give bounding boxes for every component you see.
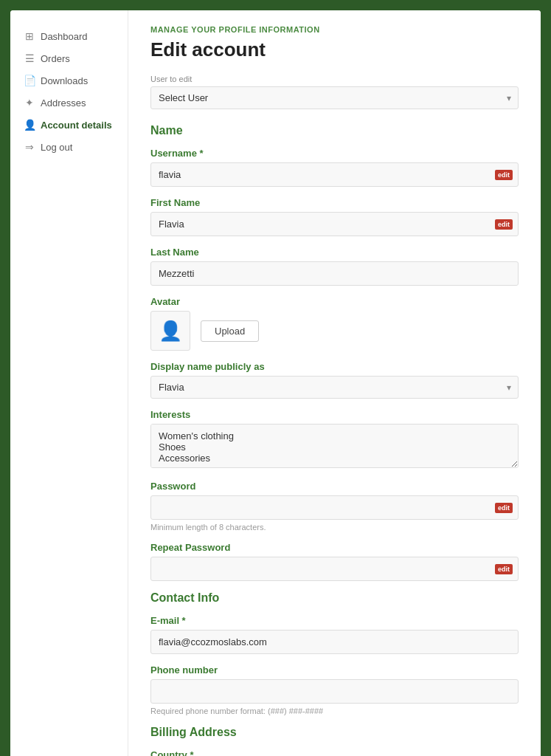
sidebar-item-label: Addresses [41,97,86,109]
sidebar-item-orders[interactable]: ☰ Orders [18,47,120,69]
upload-button[interactable]: Upload [201,320,259,342]
name-heading: Name [150,124,519,137]
first-name-input[interactable] [150,212,519,236]
repeat-password-label: Repeat Password [150,542,519,553]
last-name-input-wrapper [150,261,519,286]
user-select-wrapper: Select User ▾ [150,86,519,109]
main-content: MANAGE YOUR PROFILE INFORMATION Edit acc… [128,10,541,756]
email-input-wrapper [150,630,519,654]
phone-label: Phone number [150,664,519,676]
username-input[interactable] [150,162,519,187]
password-group: Password edit Minimum length of 8 charac… [150,481,519,532]
first-name-input-wrapper: edit [150,212,519,236]
password-label: Password [150,481,519,492]
sidebar-item-account-details[interactable]: 👤 Account details [18,114,120,136]
billing-section: Billing Address Country * Select an opti… [150,726,519,756]
name-section: Name Username * edit First Name edit Las… [150,124,519,470]
first-name-label: First Name [150,197,519,208]
sidebar-item-dashboard[interactable]: ⊞ Dashboard [18,25,120,47]
user-edit-label: User to edit [150,75,519,83]
first-name-group: First Name edit [150,197,519,236]
account-icon: 👤 [24,119,35,131]
phone-input-wrapper [150,679,519,704]
manage-label: MANAGE YOUR PROFILE INFORMATION [150,25,519,34]
contact-heading: Contact Info [150,591,519,605]
display-name-select-wrapper: Flavia ▾ [150,376,519,399]
sidebar-item-label: Dashboard [41,31,88,42]
sidebar-item-label: Orders [41,53,70,64]
billing-heading: Billing Address [150,726,519,739]
email-label: E-mail * [150,615,519,626]
repeat-password-group: Repeat Password edit [150,542,519,581]
first-name-edit-icon: edit [495,219,513,230]
last-name-input[interactable] [150,261,519,286]
phone-helper: Required phone number format: (###) ###-… [150,707,519,715]
interests-label: Interests [150,409,519,420]
avatar-section: 👤 Upload [150,311,519,351]
repeat-password-input[interactable] [150,557,519,581]
display-name-select[interactable]: Flavia [150,376,519,399]
username-group: Username * edit [150,148,519,187]
user-select[interactable]: Select User [150,86,519,109]
sidebar-item-addresses[interactable]: ✦ Addresses [18,92,120,114]
sidebar-item-downloads[interactable]: 📄 Downloads [18,69,120,92]
email-group: E-mail * [150,615,519,654]
avatar-placeholder: 👤 [150,311,190,351]
display-name-group: Display name publicly as Flavia ▾ [150,361,519,399]
page-title: Edit account [150,38,519,61]
password-helper: Minimum length of 8 characters. [150,523,519,532]
interests-textarea[interactable]: Women's clothing Shoes Accessories [150,424,519,468]
orders-icon: ☰ [24,52,35,64]
user-edit-section: User to edit Select User ▾ [150,75,519,109]
sidebar-item-logout[interactable]: ⇒ Log out [18,136,120,158]
downloads-icon: 📄 [24,75,35,86]
phone-group: Phone number Required phone number forma… [150,664,519,715]
person-icon: 👤 [159,320,182,343]
sidebar: ⊞ Dashboard ☰ Orders 📄 Downloads ✦ Addre… [10,10,128,756]
display-name-label: Display name publicly as [150,361,519,372]
avatar-label: Avatar [150,296,519,307]
password-input-wrapper: edit [150,495,519,520]
last-name-label: Last Name [150,247,519,258]
avatar-group: Avatar 👤 Upload [150,296,519,351]
email-input[interactable] [150,630,519,654]
interests-group: Interests Women's clothing Shoes Accesso… [150,409,519,470]
dashboard-icon: ⊞ [24,30,35,42]
contact-section: Contact Info E-mail * Phone number Requi… [150,591,519,715]
sidebar-item-label: Downloads [41,75,88,86]
logout-icon: ⇒ [24,141,35,153]
sidebar-item-label: Account details [41,120,112,131]
phone-input[interactable] [150,679,519,704]
sidebar-item-label: Log out [41,142,72,153]
country-label: Country * [150,749,519,756]
password-input[interactable] [150,495,519,520]
password-section: Password edit Minimum length of 8 charac… [150,481,519,581]
last-name-group: Last Name [150,247,519,286]
repeat-password-edit-icon: edit [495,564,513,574]
repeat-password-input-wrapper: edit [150,557,519,581]
password-edit-icon: edit [495,503,513,513]
username-label: Username * [150,148,519,159]
addresses-icon: ✦ [24,97,35,109]
username-edit-icon: edit [495,170,513,180]
username-input-wrapper: edit [150,162,519,187]
country-group: Country * Select an option... ▾ [150,749,519,756]
